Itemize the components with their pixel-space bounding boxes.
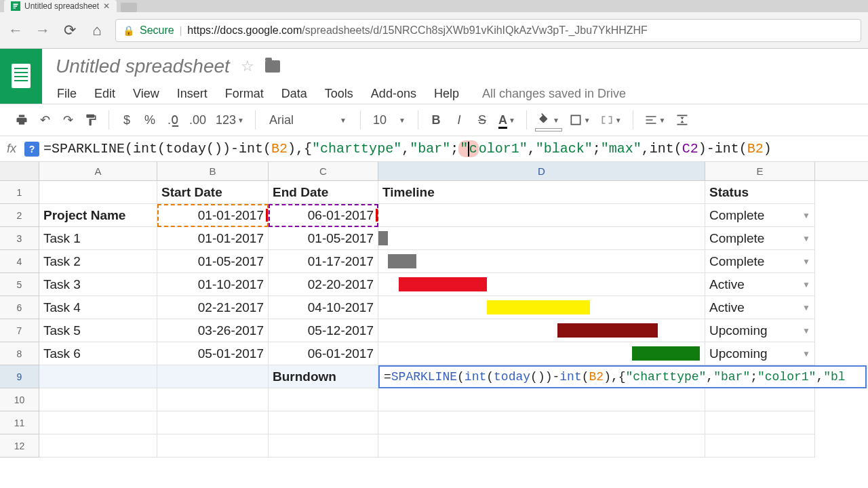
cell-D2[interactable] [378,204,705,227]
dropdown-arrow-icon[interactable]: ▼ [802,211,810,220]
dropdown-arrow-icon[interactable]: ▼ [802,326,810,336]
cell-C1[interactable]: End Date [269,181,378,204]
cell-B12[interactable] [157,434,269,458]
cell-C11[interactable] [269,411,378,434]
cell-B7[interactable]: 03-26-2017 [157,319,269,342]
cell-E1[interactable]: Status [705,181,815,204]
cell-E7[interactable]: Upcoming▼ [705,319,815,342]
cell-A8[interactable]: Task 6 [39,342,157,365]
col-header-A[interactable]: A [39,162,157,180]
cell-C8[interactable]: 06-01-2017 [269,342,378,365]
cell-C6[interactable]: 04-10-2017 [269,296,378,319]
font-size-select[interactable]: 10▼ [369,110,410,130]
col-header-B[interactable]: B [157,162,269,180]
formula-help-icon[interactable]: ? [24,142,39,157]
col-header-E[interactable]: E [705,162,815,180]
cell-B1[interactable]: Start Date [157,181,269,204]
cell-B10[interactable] [157,388,269,411]
cell-C4[interactable]: 01-17-2017 [269,250,378,273]
italic-button[interactable]: I [450,110,469,130]
row-header-9[interactable]: 9 [0,365,39,388]
col-header-D[interactable]: D [378,162,705,180]
browser-tab[interactable]: Untitled spreadsheet ✕ [4,0,117,12]
cell-E12[interactable] [705,434,815,458]
increase-decimal-button[interactable]: .00 [186,110,209,130]
dropdown-arrow-icon[interactable]: ▼ [802,349,810,359]
valign-button[interactable] [673,110,692,130]
folder-icon[interactable] [265,60,280,73]
cell-C7[interactable]: 05-12-2017 [269,319,378,342]
sheets-logo[interactable] [0,49,42,104]
cell-B2[interactable]: 01-01-2017 [157,204,269,227]
cell-C5[interactable]: 02-20-2017 [269,273,378,296]
cell-A9[interactable] [39,365,157,388]
row-header-3[interactable]: 3 [0,227,39,250]
new-tab-button[interactable] [121,3,137,12]
menu-format[interactable]: Format [224,84,265,104]
cell-D1[interactable]: Timeline [378,181,705,204]
formula-input[interactable]: =SPARKLINE(int(today())-int(B2),{"chartt… [43,140,772,157]
cell-D6[interactable] [378,296,705,319]
row-header-10[interactable]: 10 [0,388,39,411]
cell-E6[interactable]: Active▼ [705,296,815,319]
tab-close-icon[interactable]: ✕ [103,1,110,11]
undo-button[interactable]: ↶ [35,110,54,130]
cell-E4[interactable]: Complete▼ [705,250,815,273]
cell-C3[interactable]: 01-05-2017 [269,227,378,250]
font-select[interactable]: Arial▼ [264,110,352,130]
cell-A6[interactable]: Task 4 [39,296,157,319]
document-title[interactable]: Untitled spreadsheet [56,56,230,77]
cell-E5[interactable]: Active▼ [705,273,815,296]
row-header-12[interactable]: 12 [0,434,39,458]
dropdown-arrow-icon[interactable]: ▼ [802,234,810,243]
cell-A11[interactable] [39,411,157,434]
cell-A2[interactable]: Project Name [39,204,157,227]
cell-D4[interactable] [378,250,705,273]
dropdown-arrow-icon[interactable]: ▼ [802,280,810,289]
cell-C2[interactable]: 06-01-2017 [269,204,378,227]
cell-B8[interactable]: 05-01-2017 [157,342,269,365]
back-button[interactable]: ← [7,22,24,39]
decrease-decimal-button[interactable]: .0̲ [163,110,182,130]
cell-C10[interactable] [269,388,378,411]
cell-E11[interactable] [705,411,815,434]
dropdown-arrow-icon[interactable]: ▼ [802,303,810,312]
fill-color-button[interactable]: ▼ [535,110,562,130]
dropdown-arrow-icon[interactable]: ▼ [802,257,810,266]
cell-D7[interactable] [378,319,705,342]
row-header-5[interactable]: 5 [0,273,39,296]
align-button[interactable]: ▼ [642,110,669,130]
cell-A7[interactable]: Task 5 [39,319,157,342]
cell-C9[interactable]: Burndown [269,365,378,388]
cell-A12[interactable] [39,434,157,458]
menu-data[interactable]: Data [280,84,309,104]
cell-D8[interactable] [378,342,705,365]
cell-A10[interactable] [39,388,157,411]
row-header-8[interactable]: 8 [0,342,39,365]
cell-B4[interactable]: 01-05-2017 [157,250,269,273]
cell-C12[interactable] [269,434,378,458]
star-icon[interactable]: ☆ [241,58,254,75]
borders-button[interactable]: ▼ [566,110,593,130]
row-header-6[interactable]: 6 [0,296,39,319]
cell-A5[interactable]: Task 3 [39,273,157,296]
cell-E2[interactable]: Complete▼ [705,204,815,227]
cell-D9-editing[interactable]: =SPARKLINE(int(today())-int(B2),{"chartt… [378,365,867,388]
number-format-button[interactable]: 123▼ [213,110,247,130]
menu-file[interactable]: File [56,84,78,104]
menu-insert[interactable]: Insert [176,84,209,104]
cell-D11[interactable] [378,411,705,434]
cell-D3[interactable] [378,227,705,250]
merge-button[interactable]: ▼ [597,110,625,130]
print-button[interactable] [12,110,31,130]
select-all-corner[interactable] [0,162,39,180]
menu-tools[interactable]: Tools [323,84,355,104]
col-header-C[interactable]: C [269,162,378,180]
row-header-4[interactable]: 4 [0,250,39,273]
row-header-7[interactable]: 7 [0,319,39,342]
address-bar[interactable]: 🔒 Secure | https://docs.google.com/sprea… [115,19,861,42]
currency-button[interactable]: $ [117,110,136,130]
cell-B9[interactable] [157,365,269,388]
cell-A1[interactable] [39,181,157,204]
menu-help[interactable]: Help [433,84,460,104]
